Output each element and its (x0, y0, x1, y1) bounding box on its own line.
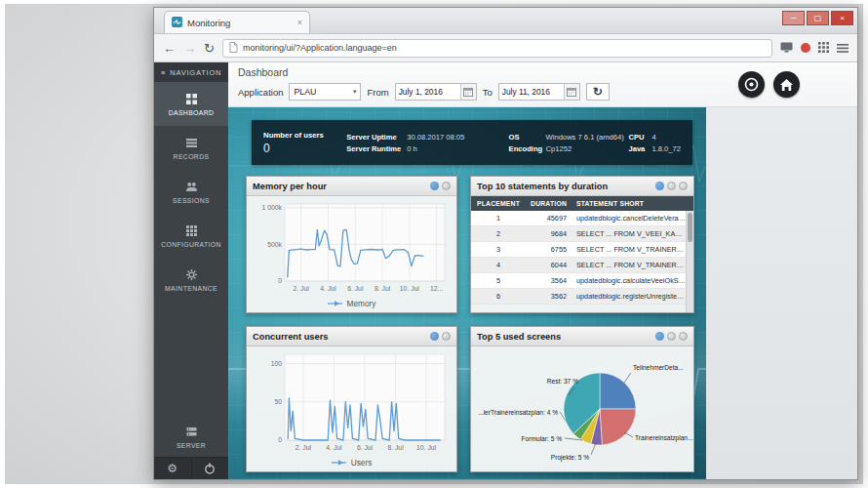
power-icon[interactable] (192, 458, 229, 479)
back-icon[interactable]: ← (163, 42, 176, 55)
sidebar-item-dashboard[interactable]: DASHBOARD (154, 82, 228, 126)
tab-close-icon[interactable]: × (297, 18, 302, 27)
panel-close-button[interactable] (679, 332, 688, 341)
application-label: Application (238, 87, 283, 98)
menu-icon[interactable] (837, 39, 848, 57)
panel-collapse-button[interactable] (442, 332, 451, 341)
from-date-input[interactable]: July 1, 2016 (395, 83, 477, 101)
panel-close-button[interactable] (679, 182, 688, 190)
panel-toggle-button[interactable] (655, 182, 664, 190)
table-row: 145697updatedblogic.cancelDeleteVeransta… (471, 211, 686, 226)
refresh-icon[interactable]: ↻ (204, 42, 215, 55)
auto-refresh-button[interactable] (738, 71, 765, 98)
from-calendar-button[interactable] (460, 84, 476, 100)
table-scrollbar[interactable] (686, 211, 693, 312)
svg-text:1 000k: 1 000k (262, 204, 283, 211)
table-row: 29684SELECT ... FROM V_VEEI_KALENDER (471, 226, 686, 242)
sidebar-item-sessions[interactable]: SESSIONS (154, 170, 228, 214)
sidebar-item-records[interactable]: RECORDS (154, 126, 228, 170)
memory-legend-label: Memory (347, 299, 376, 308)
svg-text:4. Jul: 4. Jul (326, 444, 342, 451)
screenshot-stage: Monitoring × ─ ▢ × ← → ↻ monitoring/ui/?… (0, 0, 868, 488)
uptime-label: Server Uptime (346, 133, 407, 142)
home-button[interactable] (773, 71, 800, 98)
panel-toggle-button[interactable] (430, 332, 439, 341)
target-icon (744, 77, 759, 92)
column-placement: PLACEMENT (471, 200, 526, 207)
legend-marker-icon (332, 459, 347, 467)
records-icon (185, 137, 198, 150)
svg-text:0: 0 (278, 277, 282, 284)
main-area: Dashboard Application PLAU ▾ From July 1… (228, 62, 857, 479)
nav-menu-icon: ≡ (161, 68, 166, 77)
memory-panel-title: Memory per hour (253, 182, 327, 191)
svg-text:500k: 500k (267, 241, 282, 248)
svg-text:8. Jul: 8. Jul (375, 285, 391, 292)
sidebar-item-label: DASHBOARD (169, 109, 215, 116)
screens-panel-title: Top 5 used screens (477, 332, 561, 342)
sidebar-item-maintenance[interactable]: MAINTENANCE (154, 258, 228, 302)
svg-text:4. Jul: 4. Jul (320, 285, 336, 292)
screens-panel-header: Top 5 used screens (471, 327, 693, 346)
memory-panel-header: Memory per hour (247, 177, 456, 196)
svg-text:2. Jul: 2. Jul (296, 444, 312, 451)
to-label: To (483, 87, 493, 98)
os-value: Windows 7 6.1 (amd64) (546, 133, 624, 142)
runtime-value: 0 h (407, 144, 417, 153)
users-value: 0 (263, 142, 346, 155)
app-content: ≡ NAVIGATION DASHBOARD RECORDS (154, 62, 857, 479)
users-legend-label: Users (351, 458, 373, 468)
panel-toggle-button[interactable] (430, 182, 439, 190)
reload-data-button[interactable]: ↻ (586, 83, 610, 101)
screens-pie-chart: TeilnehmerDeta...Trainereinsatzplan...Pr… (471, 346, 693, 471)
panel-collapse-button[interactable] (667, 182, 676, 190)
settings-gear-icon[interactable]: ⚙ (154, 458, 192, 479)
scrollbar-thumb[interactable] (688, 213, 692, 242)
column-duration: DURATION (526, 200, 572, 207)
encoding-value: Cp1252 (546, 144, 572, 153)
sidebar-item-server[interactable]: SERVER (154, 418, 228, 457)
sidebar-bottom-bar: ⚙ (154, 457, 228, 479)
close-button[interactable]: × (831, 11, 853, 25)
to-calendar-button[interactable] (564, 84, 579, 100)
tab-favicon (172, 17, 182, 29)
sidebar-item-label: SERVER (177, 442, 206, 449)
svg-text:8. Jul: 8. Jul (387, 444, 404, 451)
panel-collapse-button[interactable] (442, 182, 451, 190)
sidebar-header: ≡ NAVIGATION (154, 62, 228, 82)
sidebar-item-label: CONFIGURATION (161, 241, 221, 248)
cast-screen-icon[interactable] (780, 39, 793, 57)
users-legend: Users (247, 456, 456, 469)
screens-panel: Top 5 used screens TeilnehmerDeta...Trai… (470, 326, 694, 472)
svg-text:10. Jul: 10. Jul (400, 285, 420, 292)
svg-text:2. Jul: 2. Jul (294, 285, 310, 292)
statements-panel-title: Top 10 statements by duration (477, 182, 608, 191)
apps-grid-icon[interactable] (818, 39, 829, 57)
to-date-input[interactable]: July 11, 2016 (498, 83, 580, 101)
minimize-button[interactable]: ─ (782, 11, 805, 25)
application-select[interactable]: PLAU ▾ (289, 83, 361, 101)
dashboard-canvas: Number of users 0 Server Uptime30.08.201… (228, 107, 857, 479)
home-icon (779, 78, 794, 92)
panel-toggle-button[interactable] (655, 332, 664, 341)
configuration-icon (185, 224, 198, 238)
record-extension-icon[interactable] (801, 43, 810, 53)
svg-text:6. Jul: 6. Jul (357, 444, 374, 451)
maximize-button[interactable]: ▢ (807, 11, 829, 25)
sidebar-item-configuration[interactable]: CONFIGURATION (154, 214, 228, 258)
svg-text:TeilnehmerDeta...: TeilnehmerDeta... (633, 364, 684, 371)
forward-icon[interactable]: → (183, 42, 196, 55)
runtime-label: Server Runtime (346, 144, 407, 153)
from-label: From (367, 87, 388, 98)
uptime-value: 30.08.2017 08:05 (407, 133, 464, 142)
browser-tab[interactable]: Monitoring × (164, 11, 310, 33)
svg-text:10. Jul: 10. Jul (416, 444, 437, 451)
cpu-java-info: CPU4 Java1.8.0_72 (628, 133, 681, 153)
maintenance-icon (185, 268, 198, 282)
panel-collapse-button[interactable] (667, 332, 676, 341)
address-bar[interactable]: monitoring/ui/?Application.language=en (222, 39, 772, 58)
sidebar-spacer (154, 302, 228, 418)
svg-text:12...: 12... (430, 285, 443, 292)
browser-window: Monitoring × ─ ▢ × ← → ↻ monitoring/ui/?… (153, 7, 858, 480)
cpu-value: 4 (651, 133, 655, 142)
